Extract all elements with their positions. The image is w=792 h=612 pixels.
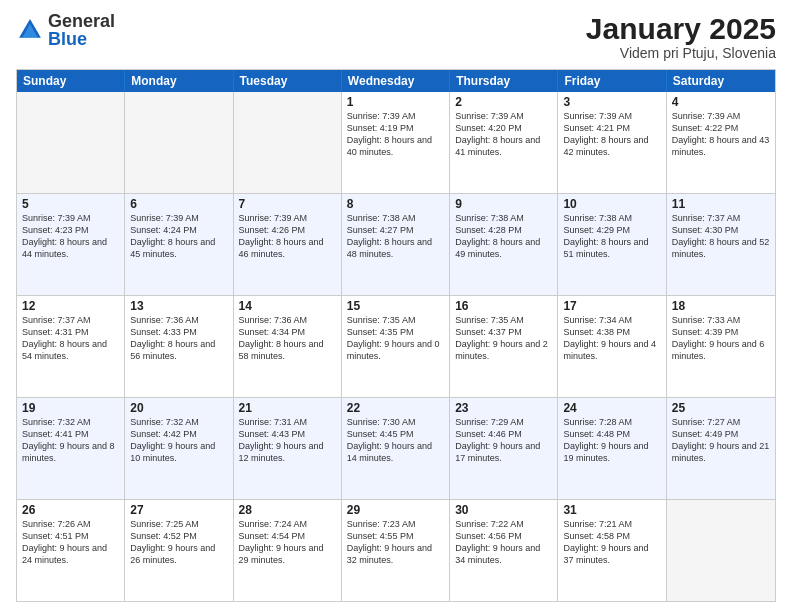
day-info: Sunrise: 7:23 AM Sunset: 4:55 PM Dayligh… bbox=[347, 518, 444, 567]
cal-cell: 16Sunrise: 7:35 AM Sunset: 4:37 PM Dayli… bbox=[450, 296, 558, 397]
day-number: 27 bbox=[130, 503, 227, 517]
day-info: Sunrise: 7:39 AM Sunset: 4:20 PM Dayligh… bbox=[455, 110, 552, 159]
day-number: 20 bbox=[130, 401, 227, 415]
header-sunday: Sunday bbox=[17, 70, 125, 92]
month-title: January 2025 bbox=[586, 12, 776, 45]
day-info: Sunrise: 7:34 AM Sunset: 4:38 PM Dayligh… bbox=[563, 314, 660, 363]
day-info: Sunrise: 7:26 AM Sunset: 4:51 PM Dayligh… bbox=[22, 518, 119, 567]
day-info: Sunrise: 7:39 AM Sunset: 4:26 PM Dayligh… bbox=[239, 212, 336, 261]
cal-cell: 21Sunrise: 7:31 AM Sunset: 4:43 PM Dayli… bbox=[234, 398, 342, 499]
day-number: 26 bbox=[22, 503, 119, 517]
cal-cell: 26Sunrise: 7:26 AM Sunset: 4:51 PM Dayli… bbox=[17, 500, 125, 601]
day-info: Sunrise: 7:38 AM Sunset: 4:27 PM Dayligh… bbox=[347, 212, 444, 261]
day-number: 11 bbox=[672, 197, 770, 211]
day-number: 4 bbox=[672, 95, 770, 109]
day-info: Sunrise: 7:39 AM Sunset: 4:21 PM Dayligh… bbox=[563, 110, 660, 159]
day-info: Sunrise: 7:33 AM Sunset: 4:39 PM Dayligh… bbox=[672, 314, 770, 363]
day-number: 29 bbox=[347, 503, 444, 517]
day-number: 19 bbox=[22, 401, 119, 415]
header-friday: Friday bbox=[558, 70, 666, 92]
day-info: Sunrise: 7:39 AM Sunset: 4:24 PM Dayligh… bbox=[130, 212, 227, 261]
cal-cell: 11Sunrise: 7:37 AM Sunset: 4:30 PM Dayli… bbox=[667, 194, 775, 295]
day-info: Sunrise: 7:37 AM Sunset: 4:30 PM Dayligh… bbox=[672, 212, 770, 261]
cal-cell: 20Sunrise: 7:32 AM Sunset: 4:42 PM Dayli… bbox=[125, 398, 233, 499]
day-info: Sunrise: 7:38 AM Sunset: 4:29 PM Dayligh… bbox=[563, 212, 660, 261]
day-info: Sunrise: 7:24 AM Sunset: 4:54 PM Dayligh… bbox=[239, 518, 336, 567]
cal-cell: 28Sunrise: 7:24 AM Sunset: 4:54 PM Dayli… bbox=[234, 500, 342, 601]
logo: General Blue bbox=[16, 12, 115, 48]
cal-cell: 10Sunrise: 7:38 AM Sunset: 4:29 PM Dayli… bbox=[558, 194, 666, 295]
cal-cell bbox=[17, 92, 125, 193]
cal-cell: 7Sunrise: 7:39 AM Sunset: 4:26 PM Daylig… bbox=[234, 194, 342, 295]
day-info: Sunrise: 7:28 AM Sunset: 4:48 PM Dayligh… bbox=[563, 416, 660, 465]
day-info: Sunrise: 7:36 AM Sunset: 4:33 PM Dayligh… bbox=[130, 314, 227, 363]
day-number: 18 bbox=[672, 299, 770, 313]
cal-cell: 8Sunrise: 7:38 AM Sunset: 4:27 PM Daylig… bbox=[342, 194, 450, 295]
day-number: 7 bbox=[239, 197, 336, 211]
cal-cell: 18Sunrise: 7:33 AM Sunset: 4:39 PM Dayli… bbox=[667, 296, 775, 397]
cal-cell: 15Sunrise: 7:35 AM Sunset: 4:35 PM Dayli… bbox=[342, 296, 450, 397]
logo-blue: Blue bbox=[48, 29, 87, 49]
cal-cell: 12Sunrise: 7:37 AM Sunset: 4:31 PM Dayli… bbox=[17, 296, 125, 397]
cal-cell: 31Sunrise: 7:21 AM Sunset: 4:58 PM Dayli… bbox=[558, 500, 666, 601]
day-number: 9 bbox=[455, 197, 552, 211]
cal-cell: 4Sunrise: 7:39 AM Sunset: 4:22 PM Daylig… bbox=[667, 92, 775, 193]
day-number: 15 bbox=[347, 299, 444, 313]
calendar-header: Sunday Monday Tuesday Wednesday Thursday… bbox=[17, 70, 775, 92]
cal-cell: 13Sunrise: 7:36 AM Sunset: 4:33 PM Dayli… bbox=[125, 296, 233, 397]
header-monday: Monday bbox=[125, 70, 233, 92]
day-number: 14 bbox=[239, 299, 336, 313]
cal-cell: 22Sunrise: 7:30 AM Sunset: 4:45 PM Dayli… bbox=[342, 398, 450, 499]
cal-cell: 17Sunrise: 7:34 AM Sunset: 4:38 PM Dayli… bbox=[558, 296, 666, 397]
cal-cell: 27Sunrise: 7:25 AM Sunset: 4:52 PM Dayli… bbox=[125, 500, 233, 601]
calendar-row-2: 12Sunrise: 7:37 AM Sunset: 4:31 PM Dayli… bbox=[17, 295, 775, 397]
cal-cell: 30Sunrise: 7:22 AM Sunset: 4:56 PM Dayli… bbox=[450, 500, 558, 601]
cal-cell: 1Sunrise: 7:39 AM Sunset: 4:19 PM Daylig… bbox=[342, 92, 450, 193]
day-info: Sunrise: 7:32 AM Sunset: 4:42 PM Dayligh… bbox=[130, 416, 227, 465]
calendar-row-0: 1Sunrise: 7:39 AM Sunset: 4:19 PM Daylig… bbox=[17, 92, 775, 193]
cal-cell: 25Sunrise: 7:27 AM Sunset: 4:49 PM Dayli… bbox=[667, 398, 775, 499]
header: General Blue January 2025 Videm pri Ptuj… bbox=[16, 12, 776, 61]
day-number: 5 bbox=[22, 197, 119, 211]
day-number: 31 bbox=[563, 503, 660, 517]
calendar-body: 1Sunrise: 7:39 AM Sunset: 4:19 PM Daylig… bbox=[17, 92, 775, 601]
day-info: Sunrise: 7:30 AM Sunset: 4:45 PM Dayligh… bbox=[347, 416, 444, 465]
logo-icon bbox=[16, 16, 44, 44]
day-number: 23 bbox=[455, 401, 552, 415]
cal-cell: 19Sunrise: 7:32 AM Sunset: 4:41 PM Dayli… bbox=[17, 398, 125, 499]
day-info: Sunrise: 7:35 AM Sunset: 4:35 PM Dayligh… bbox=[347, 314, 444, 363]
day-number: 12 bbox=[22, 299, 119, 313]
header-saturday: Saturday bbox=[667, 70, 775, 92]
day-info: Sunrise: 7:27 AM Sunset: 4:49 PM Dayligh… bbox=[672, 416, 770, 465]
location: Videm pri Ptuju, Slovenia bbox=[586, 45, 776, 61]
cal-cell: 14Sunrise: 7:36 AM Sunset: 4:34 PM Dayli… bbox=[234, 296, 342, 397]
cal-cell: 2Sunrise: 7:39 AM Sunset: 4:20 PM Daylig… bbox=[450, 92, 558, 193]
header-wednesday: Wednesday bbox=[342, 70, 450, 92]
page: General Blue January 2025 Videm pri Ptuj… bbox=[0, 0, 792, 612]
header-thursday: Thursday bbox=[450, 70, 558, 92]
day-info: Sunrise: 7:32 AM Sunset: 4:41 PM Dayligh… bbox=[22, 416, 119, 465]
day-number: 24 bbox=[563, 401, 660, 415]
day-number: 13 bbox=[130, 299, 227, 313]
cal-cell: 9Sunrise: 7:38 AM Sunset: 4:28 PM Daylig… bbox=[450, 194, 558, 295]
day-number: 6 bbox=[130, 197, 227, 211]
day-info: Sunrise: 7:37 AM Sunset: 4:31 PM Dayligh… bbox=[22, 314, 119, 363]
calendar: Sunday Monday Tuesday Wednesday Thursday… bbox=[16, 69, 776, 602]
cal-cell bbox=[234, 92, 342, 193]
day-info: Sunrise: 7:36 AM Sunset: 4:34 PM Dayligh… bbox=[239, 314, 336, 363]
day-info: Sunrise: 7:35 AM Sunset: 4:37 PM Dayligh… bbox=[455, 314, 552, 363]
cal-cell bbox=[667, 500, 775, 601]
cal-cell: 5Sunrise: 7:39 AM Sunset: 4:23 PM Daylig… bbox=[17, 194, 125, 295]
day-info: Sunrise: 7:29 AM Sunset: 4:46 PM Dayligh… bbox=[455, 416, 552, 465]
day-info: Sunrise: 7:31 AM Sunset: 4:43 PM Dayligh… bbox=[239, 416, 336, 465]
header-tuesday: Tuesday bbox=[234, 70, 342, 92]
day-info: Sunrise: 7:25 AM Sunset: 4:52 PM Dayligh… bbox=[130, 518, 227, 567]
cal-cell: 23Sunrise: 7:29 AM Sunset: 4:46 PM Dayli… bbox=[450, 398, 558, 499]
day-info: Sunrise: 7:39 AM Sunset: 4:19 PM Dayligh… bbox=[347, 110, 444, 159]
day-number: 22 bbox=[347, 401, 444, 415]
calendar-row-4: 26Sunrise: 7:26 AM Sunset: 4:51 PM Dayli… bbox=[17, 499, 775, 601]
cal-cell: 3Sunrise: 7:39 AM Sunset: 4:21 PM Daylig… bbox=[558, 92, 666, 193]
cal-cell: 29Sunrise: 7:23 AM Sunset: 4:55 PM Dayli… bbox=[342, 500, 450, 601]
cal-cell: 24Sunrise: 7:28 AM Sunset: 4:48 PM Dayli… bbox=[558, 398, 666, 499]
day-number: 1 bbox=[347, 95, 444, 109]
